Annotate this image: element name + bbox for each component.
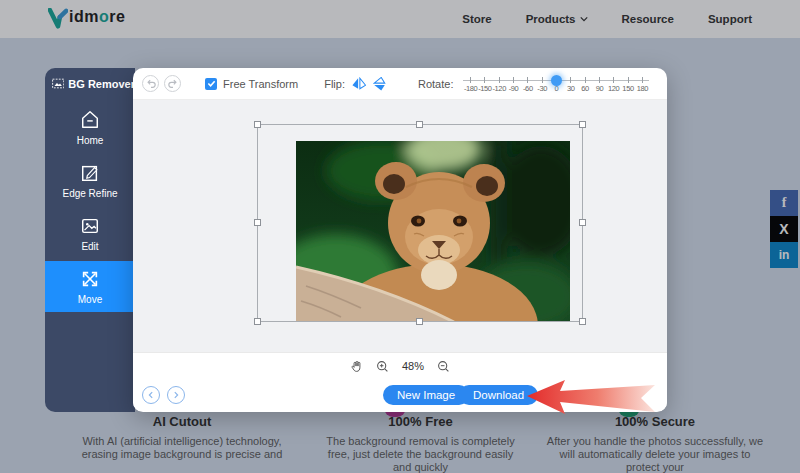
chevron-left-icon [147,391,155,399]
redo-icon [168,79,178,89]
pan-hand-button[interactable] [350,360,363,373]
flip-horizontal-button[interactable] [352,77,366,90]
transform-selection-box[interactable] [257,124,583,322]
undo-button[interactable] [142,75,159,92]
resize-handle[interactable] [416,121,423,128]
resize-handle[interactable] [254,121,261,128]
redo-button[interactable] [164,75,181,92]
zoom-toolbar: 48% [133,352,667,379]
sidebar-header: BG Remover [45,68,135,90]
download-pointer-arrow [525,379,657,415]
flip-vertical-button[interactable] [373,77,386,91]
resize-handle[interactable] [254,318,261,325]
flip-label: Flip: [324,78,345,90]
sidebar-item-home[interactable]: Home [45,102,135,153]
flip-vertical-icon [373,77,386,91]
sidebar-item-label: Edge Refine [62,188,117,199]
editor-canvas[interactable] [133,100,667,352]
chevron-right-icon [172,391,180,399]
page: idmore Store Products Resource Support A… [0,0,800,473]
flip-horizontal-icon [352,77,366,90]
free-transform-checkbox[interactable] [205,78,217,90]
rotate-label: Rotate: [418,78,453,90]
bg-remover-icon [52,77,64,90]
sidebar-item-label: Home [77,135,104,146]
editor-modal: Free Transform Flip: Rotate: -180 - [133,68,667,412]
check-icon [207,79,216,88]
previous-image-button[interactable] [142,386,160,404]
rotate-slider-handle[interactable] [551,75,562,86]
sidebar-title: BG Remover [68,78,135,90]
sidebar-item-edit[interactable]: Edit [45,208,135,259]
sidebar-item-move[interactable]: Move [45,261,135,312]
rotate-slider[interactable]: -180 -150 -120 -90 -60 -30 0 30 60 90 12… [463,73,649,95]
undo-icon [146,79,156,89]
sidebar-item-label: Edit [81,241,98,252]
next-image-button[interactable] [167,386,185,404]
resize-handle[interactable] [579,121,586,128]
zoom-out-icon [437,360,450,373]
resize-handle[interactable] [254,219,261,226]
sidebar-item-label: Move [78,294,102,305]
sidebar-menu: Home Edge Refine Edit [45,102,135,312]
home-icon [80,110,100,130]
zoom-level-value: 48% [402,360,424,372]
bg-remover-sidebar: BG Remover Home Edge Refine [45,68,135,412]
resize-handle[interactable] [579,219,586,226]
zoom-out-button[interactable] [437,360,450,373]
sidebar-item-edge-refine[interactable]: Edge Refine [45,155,135,206]
editor-toolbar: Free Transform Flip: Rotate: -180 - [133,68,667,100]
zoom-in-button[interactable] [376,360,389,373]
free-transform-label: Free Transform [223,78,298,90]
new-image-button[interactable]: New Image [383,385,469,405]
resize-handle[interactable] [416,318,423,325]
edit-icon [80,216,100,236]
edge-refine-icon [80,163,100,183]
hand-icon [350,360,363,373]
move-icon [80,269,100,289]
resize-handle[interactable] [579,318,586,325]
zoom-in-icon [376,360,389,373]
